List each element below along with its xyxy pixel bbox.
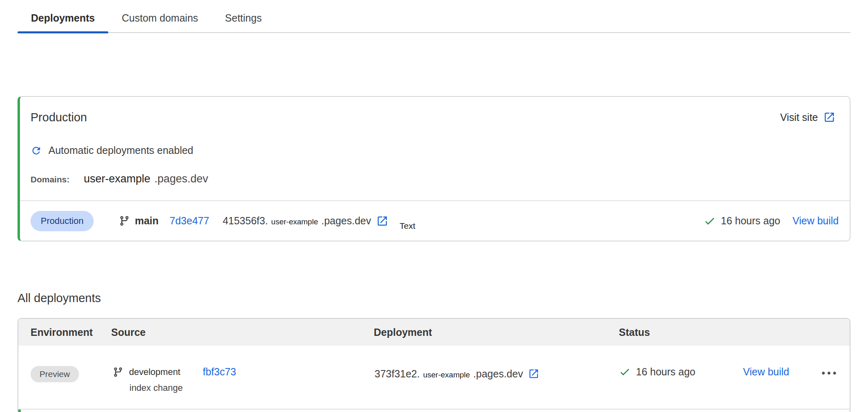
tab-custom-domains[interactable]: Custom domains — [108, 7, 212, 32]
row-menu-button[interactable]: ••• — [822, 367, 838, 379]
deployment-url: 415356f3. user-example .pages.dev — [223, 215, 371, 227]
external-link-icon — [823, 111, 835, 123]
commit-message: index change — [129, 383, 374, 393]
branch-name: development — [129, 367, 180, 377]
domains-label: Domains: — [31, 175, 70, 184]
view-build-link[interactable]: View build — [792, 215, 839, 227]
refresh-icon — [31, 145, 42, 156]
branch-name: main — [135, 215, 158, 227]
column-header-source: Source — [111, 327, 374, 338]
production-card: Production Visit site Automatic deployme… — [18, 96, 850, 241]
deployment-url-name: user-example — [271, 217, 318, 226]
table-row: Preview development fbf3c73 index change… — [18, 346, 850, 409]
auto-deployments-text: Automatic deployments enabled — [48, 145, 193, 156]
overlay-note: Text — [400, 221, 416, 231]
column-header-environment: Environment — [18, 327, 111, 338]
git-branch-icon — [119, 215, 130, 226]
deployment-time: 16 hours ago — [721, 215, 780, 227]
visit-site-link[interactable]: Visit site — [780, 111, 835, 123]
deployments-table: Environment Source Deployment Status Pre… — [18, 318, 850, 412]
production-deployment-row: Production main 7d3e477 415356f3. user-e… — [20, 201, 850, 241]
domain-suffix: .pages.dev — [154, 173, 208, 185]
commit-link[interactable]: fbf3c73 — [203, 366, 236, 378]
external-link-icon[interactable] — [376, 215, 388, 227]
external-link-icon[interactable] — [528, 368, 539, 379]
deployment-url-prefix: 415356f3. — [223, 215, 268, 227]
commit-link[interactable]: 7d3e477 — [170, 215, 209, 227]
tab-bar: Deployments Custom domains Settings — [18, 0, 850, 33]
row-divider — [18, 409, 850, 410]
deployment-time: 16 hours ago — [636, 366, 695, 378]
domain-name: user-example — [84, 173, 151, 185]
tab-deployments[interactable]: Deployments — [18, 7, 108, 32]
production-title: Production — [31, 110, 87, 124]
deployment-url: 373f31e2. user-example .pages.dev — [374, 366, 619, 380]
deployment-url-prefix: 373f31e2. — [375, 368, 420, 380]
column-header-deployment: Deployment — [374, 327, 619, 338]
deployment-url-suffix: .pages.dev — [321, 215, 371, 227]
tab-settings[interactable]: Settings — [212, 7, 275, 32]
visit-site-label: Visit site — [780, 112, 818, 123]
success-check-icon — [619, 366, 631, 378]
git-branch-icon — [113, 367, 123, 377]
environment-badge-production: Production — [31, 211, 94, 231]
all-deployments-title: All deployments — [18, 291, 868, 305]
view-build-link[interactable]: View build — [743, 366, 789, 377]
column-header-status: Status — [619, 327, 733, 338]
deployment-url-name: user-example — [423, 370, 470, 379]
success-check-icon — [704, 215, 716, 227]
deployment-url-suffix: .pages.dev — [473, 368, 523, 380]
next-row-indicator — [18, 410, 21, 412]
environment-badge-preview: Preview — [31, 366, 79, 382]
table-header: Environment Source Deployment Status — [18, 319, 850, 346]
